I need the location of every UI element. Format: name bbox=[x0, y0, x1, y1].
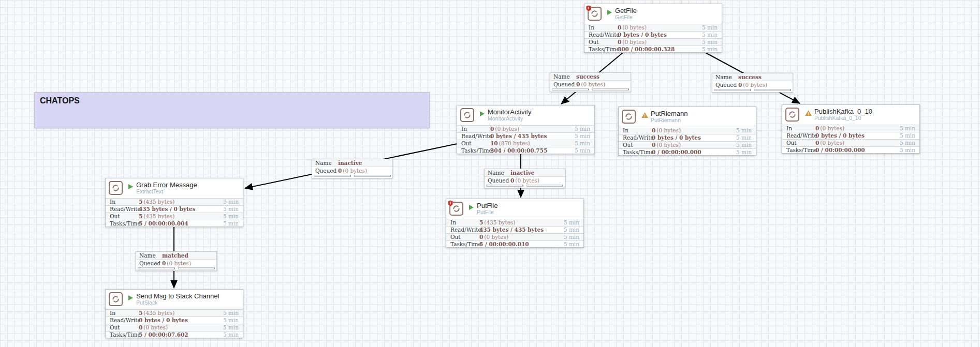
processor-icon bbox=[460, 108, 474, 122]
run-status-icon bbox=[128, 184, 133, 189]
stat-row-readwrite: Read/Write0 bytes / 0 bytes5 min bbox=[106, 316, 243, 324]
stat-row-out: Out10(870 bytes)5 min bbox=[457, 140, 594, 147]
stat-row-out: Out5(435 bytes)5 min bbox=[106, 213, 243, 220]
run-status-icon bbox=[480, 111, 485, 116]
queue-progress-bars bbox=[550, 88, 631, 92]
processor-icon bbox=[449, 202, 463, 216]
processor-title: PublishKafka_0_10 bbox=[814, 108, 872, 115]
nifi-canvas[interactable]: { "chatops_label": { "text": "CHATOPS" }… bbox=[0, 0, 980, 347]
processor-header: PutRiemann PutRiemann bbox=[619, 107, 756, 127]
processor-title: MonitorActivity bbox=[488, 109, 532, 116]
stat-row-taskstime: Tasks/Time304 / 00:00:00.7555 min bbox=[457, 147, 594, 154]
queue-size-bar bbox=[354, 175, 391, 177]
stat-row-out: Out0(0 bytes)5 min bbox=[782, 139, 919, 146]
processor-getfile[interactable]: GetFile GetFile In0(0 bytes)5 min Read/W… bbox=[584, 4, 722, 53]
sync-arrows-icon bbox=[111, 183, 121, 193]
invalid-warning-icon bbox=[805, 110, 812, 116]
stat-row-taskstime: Tasks/Time0 / 00:00:00.0005 min bbox=[782, 146, 919, 154]
restricted-icon bbox=[448, 200, 453, 206]
stat-row-in: In0(0 bytes)5 min bbox=[782, 125, 919, 132]
queue-size-bar bbox=[526, 185, 564, 187]
canvas-label-chatops[interactable]: CHATOPS bbox=[34, 92, 430, 128]
processor-icon bbox=[622, 110, 636, 124]
run-status-icon bbox=[128, 295, 133, 300]
processor-title: GetFile bbox=[615, 7, 637, 14]
connection-queued-row: Queued0(0 bytes) bbox=[136, 260, 216, 267]
processor-type: PutSlack bbox=[136, 300, 219, 306]
connection-label-success-2[interactable]: Namesuccess Queued0(0 bytes) bbox=[712, 73, 793, 93]
stat-row-out: Out0(0 bytes)5 min bbox=[584, 38, 722, 46]
processor-type: MonitorActivity bbox=[488, 116, 532, 122]
queue-count-bar bbox=[314, 175, 351, 177]
stat-row-taskstime: Tasks/Time5 / 00:00:07.6025 min bbox=[106, 331, 243, 338]
queue-size-bar bbox=[754, 89, 792, 91]
run-status-icon bbox=[607, 10, 612, 15]
queue-size-bar bbox=[178, 267, 215, 269]
processor-type: PutRiemann bbox=[651, 117, 688, 124]
processor-type: ExtractText bbox=[136, 189, 197, 195]
processor-type: GetFile bbox=[615, 14, 637, 21]
queue-progress-bars bbox=[136, 267, 216, 270]
connection-queued-row: Queued0(0 bytes) bbox=[312, 167, 392, 174]
stat-row-taskstime: Tasks/Time5 / 00:00:00.0105 min bbox=[446, 240, 583, 248]
processor-putriemann[interactable]: PutRiemann PutRiemann In0(0 bytes)5 min … bbox=[618, 107, 756, 156]
processor-monitoractivity[interactable]: MonitorActivity MonitorActivity In0(0 by… bbox=[457, 105, 595, 154]
processor-send-msg-to-slack-channel[interactable]: Send Msg to Slack Channel PutSlack In5(4… bbox=[105, 289, 243, 338]
connection-name-row: Nameinactive bbox=[485, 169, 565, 177]
queue-progress-bars bbox=[485, 184, 565, 188]
processor-icon bbox=[109, 292, 123, 306]
stat-row-in: In5(435 bytes)5 min bbox=[106, 198, 243, 205]
stat-row-out: Out0(0 bytes)5 min bbox=[106, 324, 243, 331]
stat-row-in: In0(0 bytes)5 min bbox=[619, 127, 756, 134]
connection-queued-row: Queued0(0 bytes) bbox=[712, 81, 793, 88]
connection-queued-row: Queued0(0 bytes) bbox=[485, 177, 565, 184]
processor-header: Send Msg to Slack Channel PutSlack bbox=[106, 290, 243, 309]
sync-arrows-icon bbox=[787, 110, 797, 119]
connection-name-row: Nameinactive bbox=[312, 159, 392, 167]
stat-row-in: In5(435 bytes)5 min bbox=[106, 309, 243, 316]
queue-count-bar bbox=[486, 185, 523, 187]
processor-icon bbox=[588, 7, 602, 21]
stat-row-out: Out0(0 bytes)5 min bbox=[446, 233, 583, 240]
stat-row-readwrite: Read/Write0 bytes / 0 bytes5 min bbox=[782, 132, 919, 139]
processor-header: Grab Error Message ExtractText bbox=[106, 178, 243, 198]
connection-label-matched[interactable]: Namematched Queued0(0 bytes) bbox=[136, 251, 217, 271]
connection-label-success-1[interactable]: Namesuccess Queued0(0 bytes) bbox=[550, 72, 631, 92]
queue-progress-bars bbox=[312, 174, 392, 178]
processor-header: GetFile GetFile bbox=[584, 4, 722, 24]
processor-header: PutFile PutFile bbox=[446, 199, 583, 219]
stat-row-in: In0(0 bytes)5 min bbox=[457, 125, 594, 132]
queue-count-bar bbox=[714, 89, 751, 91]
processor-type: PutFile bbox=[477, 209, 498, 216]
stat-row-readwrite: Read/Write0 bytes / 0 bytes5 min bbox=[584, 31, 722, 38]
stat-row-readwrite: Read/Write435 bytes / 435 bytes5 min bbox=[446, 226, 583, 233]
processor-putfile[interactable]: PutFile PutFile In5(435 bytes)5 min Read… bbox=[446, 199, 584, 248]
processor-title: PutRiemann bbox=[651, 110, 688, 117]
connection-name-row: Namesuccess bbox=[712, 73, 793, 81]
processor-header: MonitorActivity MonitorActivity bbox=[457, 105, 594, 125]
connection-name-row: Namesuccess bbox=[550, 73, 631, 81]
invalid-warning-icon bbox=[641, 112, 648, 118]
processor-grab-error-message[interactable]: Grab Error Message ExtractText In5(435 b… bbox=[105, 178, 243, 227]
processor-publishkafka-0-10[interactable]: PublishKafka_0_10 PublishKafka_0_10 In0(… bbox=[782, 104, 920, 154]
sync-arrows-icon bbox=[462, 110, 472, 120]
connection-label-inactive-1[interactable]: Nameinactive Queued0(0 bytes) bbox=[312, 159, 393, 178]
stat-row-taskstime: Tasks/Time5 / 00:00:00.0045 min bbox=[106, 220, 243, 227]
stat-row-taskstime: Tasks/Time300 / 00:00:00.3285 min bbox=[584, 46, 722, 53]
queue-size-bar bbox=[592, 88, 630, 90]
sync-arrows-icon bbox=[111, 294, 121, 304]
queue-count-bar bbox=[552, 88, 589, 90]
processor-title: Send Msg to Slack Channel bbox=[136, 293, 219, 300]
stat-row-in: In0(0 bytes)5 min bbox=[584, 24, 722, 31]
queue-progress-bars bbox=[712, 88, 793, 92]
connection-label-inactive-2[interactable]: Nameinactive Queued0(0 bytes) bbox=[484, 169, 565, 188]
processor-type: PublishKafka_0_10 bbox=[814, 115, 872, 122]
stat-row-readwrite: Read/Write435 bytes / 0 bytes5 min bbox=[106, 205, 243, 213]
stat-row-taskstime: Tasks/Time0 / 00:00:00.0005 min bbox=[619, 148, 756, 156]
queue-count-bar bbox=[138, 267, 175, 269]
processor-title: PutFile bbox=[477, 202, 498, 209]
processor-icon bbox=[785, 108, 799, 122]
stat-row-readwrite: Read/Write0 bytes / 435 bytes5 min bbox=[457, 132, 594, 140]
stat-row-in: In5(435 bytes)5 min bbox=[446, 219, 583, 226]
processor-title: Grab Error Message bbox=[136, 182, 197, 189]
